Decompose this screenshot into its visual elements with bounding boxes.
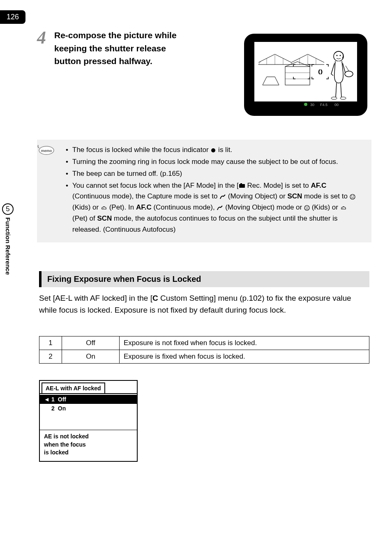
memo-item: You cannot set focus lock when the [AF M… — [66, 180, 363, 235]
section-header: Fixing Exposure when Focus is Locked — [39, 271, 369, 287]
option-num: 2 — [39, 350, 62, 364]
menu-option-num: 1 — [51, 396, 55, 403]
svg-point-13 — [340, 97, 346, 99]
menu-option-label: On — [58, 405, 66, 412]
svg-point-27 — [353, 196, 354, 196]
table-row: 1 Off Exposure is not fixed when focus i… — [39, 336, 369, 350]
svg-text:30: 30 — [310, 103, 314, 107]
illustration-svg: ( ) 30 F4.5 00 — [254, 42, 357, 108]
memo-item: The focus is locked while the focus indi… — [66, 145, 363, 156]
svg-point-22 — [211, 148, 215, 152]
svg-rect-24 — [240, 183, 242, 184]
menu-option-selected: ◄ 1 Off — [40, 395, 137, 404]
option-desc: Exposure is not fixed when focus is lock… — [120, 336, 369, 350]
svg-point-30 — [306, 207, 307, 207]
memo-item: Turning the zooming ring in focus lock m… — [66, 157, 363, 168]
svg-text:memo: memo — [41, 149, 52, 153]
side-tab-number: 5 — [2, 203, 14, 215]
step-number: 4 — [37, 29, 46, 68]
svg-point-16 — [304, 103, 307, 106]
page-number: 126 — [0, 10, 25, 24]
svg-point-25 — [350, 194, 355, 199]
step-text: Re-compose the picture while keeping the… — [54, 29, 186, 68]
side-tab-text: Function Reference — [5, 217, 12, 275]
side-tab: 5 Function Reference — [0, 203, 16, 275]
svg-text:F4.5: F4.5 — [320, 103, 327, 107]
svg-point-7 — [340, 55, 341, 56]
left-arrow-icon: ◄ — [44, 396, 48, 403]
option-desc: Exposure is fixed when focus is locked. — [120, 350, 369, 364]
camera-lcd-illustration: ( ) 30 F4.5 00 — [244, 34, 367, 116]
menu-box: AE-L with AF locked ◄ 1 Off 2 On AE is n… — [39, 380, 138, 462]
section-body: Set [AE-L with AF locked] in the [C Cust… — [39, 293, 369, 316]
svg-point-28 — [103, 208, 104, 209]
svg-point-29 — [304, 205, 309, 210]
memo-item: The beep can be turned off. (p.165) — [66, 168, 363, 180]
option-label: Off — [62, 336, 120, 350]
svg-text:00: 00 — [334, 103, 339, 107]
svg-point-31 — [307, 207, 308, 207]
memo-section: memo The focus is locked while the focus… — [37, 140, 371, 242]
option-num: 1 — [39, 336, 62, 350]
svg-text:( ): ( ) — [318, 69, 322, 74]
table-row: 2 On Exposure is fixed when focus is loc… — [39, 350, 369, 364]
svg-point-32 — [342, 208, 343, 209]
options-table: 1 Off Exposure is not fixed when focus i… — [39, 336, 369, 364]
menu-option-label: Off — [58, 396, 66, 403]
svg-point-26 — [351, 196, 352, 196]
menu-box-desc: AE is not locked when the focus is locke… — [40, 430, 137, 461]
menu-box-title: AE-L with AF locked — [42, 382, 105, 393]
menu-option-num: 2 — [51, 405, 55, 412]
svg-rect-23 — [239, 184, 245, 188]
svg-point-6 — [337, 55, 338, 56]
option-label: On — [62, 350, 120, 364]
svg-point-8 — [345, 71, 353, 77]
menu-option: 2 On — [40, 404, 137, 413]
memo-icon: memo — [35, 143, 55, 155]
svg-point-12 — [331, 97, 337, 99]
